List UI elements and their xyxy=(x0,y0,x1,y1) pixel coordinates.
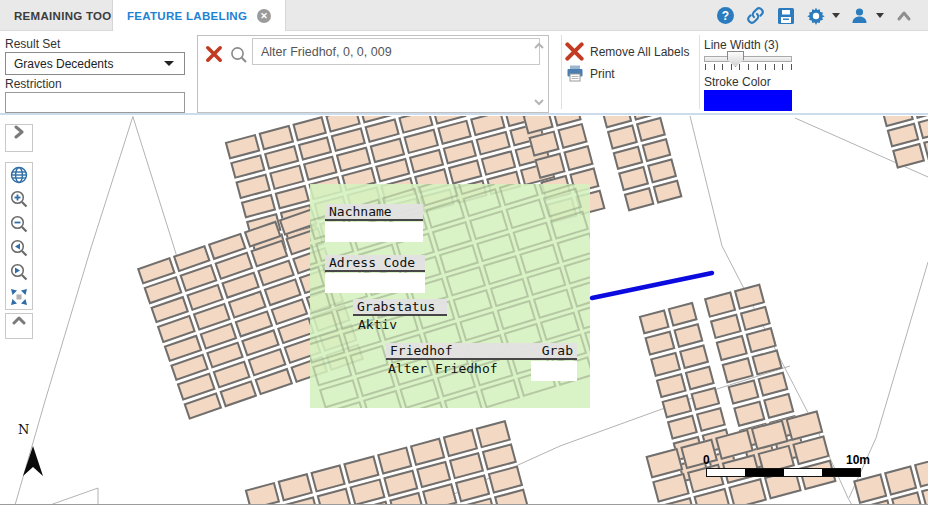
tab-close-icon[interactable]: ✕ xyxy=(257,9,271,23)
grave-cell xyxy=(624,187,654,212)
save-icon[interactable] xyxy=(775,5,796,26)
friedhof-label: Friedhof xyxy=(390,343,453,358)
friedhof-field-value: Alter Friedhof xyxy=(388,361,498,376)
nachname-field-label: Nachname xyxy=(325,204,423,221)
grave-block xyxy=(245,420,536,505)
grave-cell xyxy=(892,143,924,168)
stroke-color-swatch[interactable] xyxy=(704,90,792,111)
grave-block xyxy=(881,116,928,169)
chevron-right-icon xyxy=(12,125,26,139)
previous-extent-icon[interactable] xyxy=(6,236,32,260)
restriction-label: Restriction xyxy=(5,77,62,91)
user-icon[interactable] xyxy=(849,5,870,26)
feature-label-overlay: Nachname Adress Code Grabstatus Aktiv Fr… xyxy=(310,184,590,408)
grave-cell xyxy=(563,145,594,171)
grave-cell xyxy=(917,116,928,140)
next-extent-icon[interactable] xyxy=(6,260,32,284)
search-result-list: Alter Friedhof, 0, 0, 009 xyxy=(197,35,549,113)
result-set-dropdown[interactable]: Graves Decedents xyxy=(5,52,185,75)
grave-cell xyxy=(914,457,928,487)
search-result-icon[interactable] xyxy=(229,45,251,67)
feature-labeling-toolbar: Result Set Graves Decedents Restriction … xyxy=(0,31,928,115)
remove-all-labels-button[interactable]: Remove All Labels xyxy=(565,42,689,61)
friedhof-grab-field-label: Friedhof Grab xyxy=(386,343,577,360)
grave-cell xyxy=(884,465,918,495)
expand-panel-button[interactable] xyxy=(5,124,33,152)
collapse-panel-icon[interactable] xyxy=(893,5,914,26)
restriction-input[interactable] xyxy=(5,92,185,113)
scale-start-label: 0 xyxy=(703,453,710,467)
full-extent-icon[interactable] xyxy=(6,285,32,309)
grab-label: Grab xyxy=(542,343,573,358)
result-set-value: Graves Decedents xyxy=(14,57,113,71)
tab-feature-labeling[interactable]: FEATURE LABELING ✕ xyxy=(112,0,286,32)
scale-segment xyxy=(745,469,783,476)
scale-segment xyxy=(822,469,860,476)
print-text: Print xyxy=(590,67,615,81)
settings-gear-icon[interactable] xyxy=(805,5,826,26)
scroll-down-icon[interactable] xyxy=(532,96,546,108)
grabstatus-field-label: Grabstatus xyxy=(353,299,447,316)
map-tools-panel xyxy=(5,162,33,310)
user-caret-icon[interactable] xyxy=(876,13,884,18)
print-icon xyxy=(566,65,584,82)
result-set-label: Result Set xyxy=(5,37,60,51)
scale-segment xyxy=(784,469,822,476)
zoom-in-icon[interactable] xyxy=(6,187,32,211)
svg-text:?: ? xyxy=(722,9,729,23)
toolbar-divider xyxy=(561,35,562,109)
toolbar-divider-2 xyxy=(699,35,700,109)
grave-cell xyxy=(245,482,280,505)
application-window: REMAINING TOOLS FEATURE LABELING ✕ ? xyxy=(0,0,928,532)
remove-all-labels-text: Remove All Labels xyxy=(590,45,689,59)
search-result-text: Alter Friedhof, 0, 0, 009 xyxy=(261,45,392,59)
scale-segment xyxy=(707,469,745,476)
zoom-out-icon[interactable] xyxy=(6,212,32,236)
adress-code-field-label: Adress Code xyxy=(325,255,425,272)
line-width-label: Line Width (3) xyxy=(704,38,779,52)
grave-cell xyxy=(652,179,682,204)
grave-cell xyxy=(534,153,565,179)
chevron-up-icon xyxy=(12,314,26,328)
tab-bar: REMAINING TOOLS FEATURE LABELING ✕ ? xyxy=(0,0,928,31)
remove-result-icon[interactable] xyxy=(205,45,225,65)
scale-bar xyxy=(706,468,861,477)
north-arrow-icon xyxy=(0,424,60,494)
link-icon[interactable] xyxy=(745,5,766,26)
dropdown-caret-icon xyxy=(164,61,174,66)
print-button[interactable]: Print xyxy=(566,65,615,82)
adress-code-field-value xyxy=(325,273,425,293)
grave-block xyxy=(601,116,682,211)
globe-icon[interactable] xyxy=(6,163,32,187)
grabstatus-field-value: Aktiv xyxy=(358,317,397,332)
map-canvas[interactable]: Nachname Adress Code Grabstatus Aktiv Fr… xyxy=(0,116,928,505)
tab-remaining-tools-label: REMAINING TOOLS xyxy=(14,10,127,22)
help-icon[interactable]: ? xyxy=(715,5,736,26)
scroll-up-icon[interactable] xyxy=(532,40,546,52)
scale-end-label: 10m xyxy=(846,453,870,467)
grave-cell xyxy=(853,473,887,503)
remove-all-x-icon xyxy=(565,42,584,61)
line-width-slider-ticks xyxy=(705,64,792,70)
settings-caret-icon[interactable] xyxy=(832,13,840,18)
nachname-field-value xyxy=(325,222,423,242)
search-result-row[interactable]: Alter Friedhof, 0, 0, 009 xyxy=(252,38,540,65)
collapse-tools-button[interactable] xyxy=(5,313,33,339)
stroke-color-label: Stroke Color xyxy=(704,75,771,89)
grave-cell xyxy=(557,123,588,149)
window-icon-bar: ? xyxy=(715,5,914,26)
grab-field-value xyxy=(531,361,577,381)
line-width-slider[interactable] xyxy=(704,56,792,62)
tab-feature-labeling-label: FEATURE LABELING xyxy=(127,10,247,22)
grave-cell xyxy=(350,478,385,505)
bottom-spacer xyxy=(0,505,928,532)
grave-cell xyxy=(528,131,559,157)
